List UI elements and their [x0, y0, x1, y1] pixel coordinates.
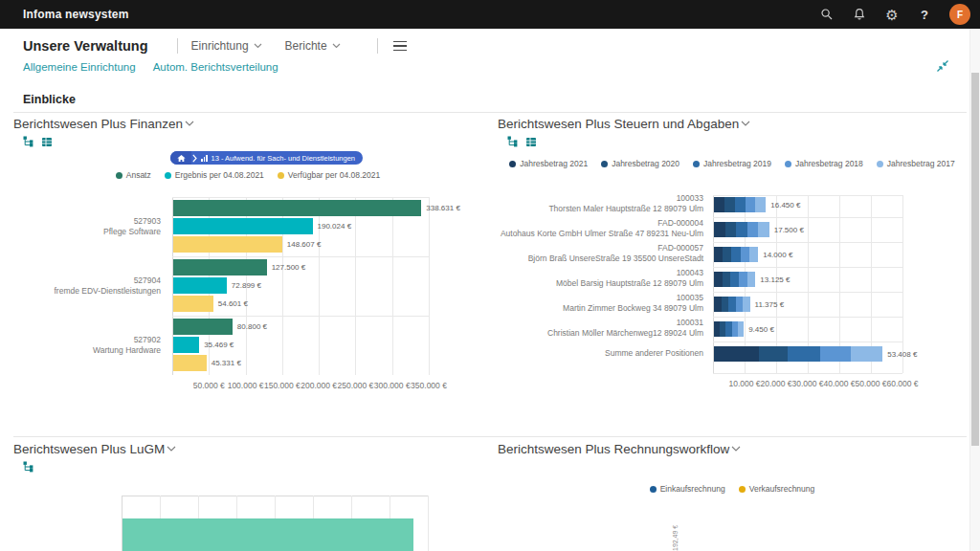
legend-item[interactable]: Jahresbetrag 2018: [785, 159, 863, 168]
bar-segment[interactable]: [747, 272, 756, 287]
link-allgemeine-einrichtung[interactable]: Allgemeine Einrichtung: [23, 61, 136, 73]
bar-segment[interactable]: [723, 247, 731, 262]
bar-segment[interactable]: [820, 346, 852, 362]
legend-dot: [650, 486, 657, 493]
nav-menu-berichte[interactable]: Berichte: [285, 39, 341, 53]
bar[interactable]: [173, 236, 282, 253]
breadcrumb-chevron-icon: [192, 154, 197, 163]
stacked-bar[interactable]: [714, 247, 758, 262]
bar-segment[interactable]: [738, 321, 744, 337]
panel-title-finanzen[interactable]: Berichtswesen Plus Finanzen: [13, 117, 482, 131]
bar-segment[interactable]: [739, 272, 747, 287]
bar-segment[interactable]: [749, 247, 758, 262]
bar-segment[interactable]: [731, 247, 740, 262]
app-window: Infoma newsystem ⚙ ? F Unsere Verwaltung…: [0, 0, 980, 551]
stacked-bar[interactable]: [714, 272, 755, 287]
collapse-arrows-icon[interactable]: [936, 59, 949, 77]
bar[interactable]: [173, 355, 207, 371]
bar[interactable]: [173, 218, 313, 234]
bar[interactable]: [173, 277, 227, 294]
stacked-bar[interactable]: [714, 197, 766, 212]
home-icon[interactable]: [170, 151, 191, 165]
scrollbar-thumb[interactable]: [971, 73, 979, 446]
bar-segment[interactable]: [730, 272, 739, 287]
legend-item[interactable]: Verkaufsrechnung: [739, 484, 815, 494]
bar-segment[interactable]: [788, 346, 820, 362]
nav-menu-label: Einrichtung: [191, 39, 249, 53]
chart-breadcrumb[interactable]: 13 - Aufwend. für Sach- und Dienstleistu…: [170, 151, 363, 165]
stacked-bar[interactable]: [714, 297, 750, 312]
bar[interactable]: [173, 319, 233, 335]
bar-segment[interactable]: [714, 247, 723, 262]
bar-segment[interactable]: [714, 272, 723, 287]
vertical-scrollbar[interactable]: [969, 29, 980, 551]
bar-segment[interactable]: [746, 197, 756, 212]
hierarchy-icon[interactable]: [23, 461, 34, 473]
legend-label: Jahresbetrag 2018: [795, 159, 863, 168]
panel-title-rechnungsworkflow[interactable]: Berichtswesen Plus Rechnungsworkflow: [498, 442, 967, 456]
bar-segment[interactable]: [724, 197, 735, 212]
hierarchy-icon[interactable]: [23, 136, 34, 147]
more-menu-icon[interactable]: [393, 41, 407, 52]
bar-segment[interactable]: [736, 222, 747, 237]
bar-segment[interactable]: [714, 222, 725, 237]
bar[interactable]: [122, 518, 413, 551]
bar-segment[interactable]: [714, 297, 722, 312]
legend-item[interactable]: Ansatz: [116, 170, 151, 180]
bar-segment[interactable]: [759, 346, 788, 362]
panel-title-lugm[interactable]: Berichtswesen Plus LuGM: [13, 442, 482, 456]
legend-item[interactable]: Verfügbar per 04.08.2021: [278, 170, 380, 180]
hierarchy-icon[interactable]: [507, 136, 519, 147]
bar-segment[interactable]: [743, 297, 750, 312]
panel-lugm: Berichtswesen Plus LuGM: [13, 442, 482, 551]
bar-segment[interactable]: [758, 222, 769, 237]
panel-title-label: Berichtswesen Plus LuGM: [13, 442, 165, 456]
total-label: 14.000 €: [763, 251, 792, 259]
nav-menu-einrichtung[interactable]: Einrichtung: [191, 39, 262, 53]
legend-item[interactable]: Jahresbetrag 2021: [509, 159, 588, 168]
bar-segment[interactable]: [741, 247, 749, 262]
row-separator: [713, 342, 902, 342]
bar[interactable]: [173, 259, 267, 276]
row-separator: [713, 217, 902, 218]
stacked-bar[interactable]: [714, 321, 744, 337]
link-autom-berichtsverteilung[interactable]: Autom. Berichtsverteilung: [153, 61, 278, 73]
bar-segment[interactable]: [725, 222, 737, 237]
notifications-icon[interactable]: [852, 7, 867, 22]
bar-segment[interactable]: [735, 197, 746, 212]
stacked-bar[interactable]: [714, 222, 769, 237]
bar[interactable]: [173, 296, 213, 312]
report-table-icon[interactable]: [525, 136, 537, 147]
panel-finanzen: Berichtswesen Plus Finanzen 13 - Aufwend…: [13, 117, 482, 432]
category-label: 527902Wartung Hardware: [13, 316, 161, 375]
x-tick-label: 50.000 €: [855, 379, 886, 388]
stacked-bar-chart: 100033Thorsten Maler Hauptstraße 12 8907…: [498, 195, 967, 396]
bar-segment[interactable]: [723, 272, 731, 287]
legend-label: Jahresbetrag 2019: [703, 159, 771, 168]
legend-item[interactable]: Einkaufsrechnung: [650, 484, 725, 494]
bar-segment[interactable]: [714, 197, 724, 212]
user-avatar[interactable]: F: [949, 4, 970, 25]
bar[interactable]: [173, 200, 421, 216]
legend-item[interactable]: Ergebnis per 04.08.2021: [165, 170, 264, 180]
legend-item[interactable]: Jahresbetrag 2020: [601, 159, 679, 168]
legend-label: Ansatz: [126, 170, 151, 180]
bar-segment[interactable]: [851, 346, 882, 362]
bar-segment[interactable]: [714, 346, 759, 362]
bar-segment[interactable]: [722, 297, 729, 312]
search-icon[interactable]: [819, 7, 835, 22]
bar-segment[interactable]: [755, 197, 766, 212]
panel-title-label: Berichtswesen Plus Rechnungsworkflow: [498, 442, 729, 456]
settings-gear-icon[interactable]: ⚙: [884, 7, 900, 22]
stacked-bar[interactable]: [714, 346, 882, 362]
bar-segment[interactable]: [747, 222, 759, 237]
report-table-icon[interactable]: [41, 136, 53, 147]
nav-root-title[interactable]: Unsere Verwaltung: [23, 38, 148, 54]
bar-segment[interactable]: [728, 297, 736, 312]
legend-item[interactable]: Jahresbetrag 2017: [877, 159, 955, 168]
legend-item[interactable]: Jahresbetrag 2019: [693, 159, 771, 168]
help-icon[interactable]: ?: [917, 7, 932, 22]
bar-segment[interactable]: [736, 297, 744, 312]
bar[interactable]: [173, 337, 199, 353]
panel-title-steuern[interactable]: Berichtswesen Plus Steuern und Abgaben: [498, 117, 967, 131]
